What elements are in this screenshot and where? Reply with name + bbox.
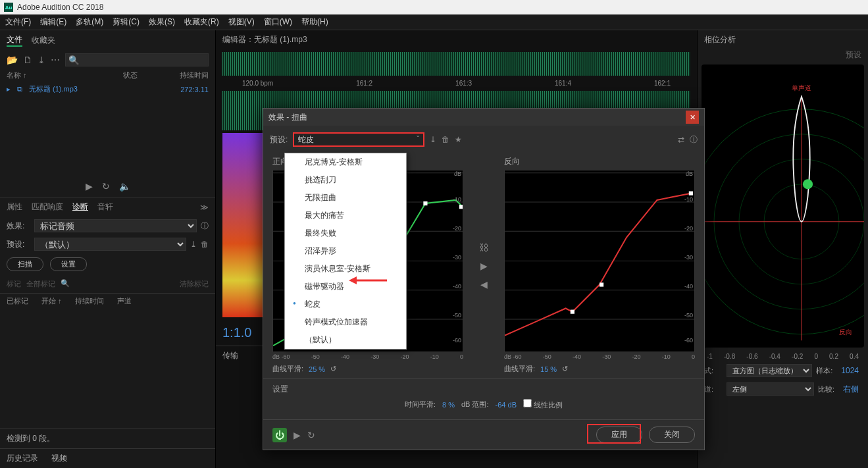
tc-start[interactable]: 开始 ↑ — [41, 296, 62, 306]
smooth-rev-label: 曲线平滑: — [504, 364, 535, 374]
import-icon[interactable]: ⤓ — [38, 55, 45, 65]
file-row[interactable]: ▸ ⧉ 无标题 (1).mp3 272:3.11 — [0, 82, 215, 97]
menu-help[interactable]: 帮助(H) — [301, 16, 328, 28]
loop-preview-icon[interactable]: ↻ — [307, 430, 315, 440]
menu-edit[interactable]: 编辑(E) — [40, 16, 66, 28]
menu-favorites[interactable]: 收藏夹(R) — [184, 16, 219, 28]
mute-icon[interactable]: 🔈 — [119, 181, 130, 192]
linear-checkbox[interactable]: 线性比例 — [523, 399, 563, 410]
preset-option[interactable]: 铃声模式位加速器 — [285, 313, 406, 331]
dlg-preset-label: 预设: — [270, 134, 288, 145]
tc-ch[interactable]: 声道 — [117, 296, 132, 306]
preset-option[interactable]: 最终失败 — [285, 224, 406, 242]
audio-icon: ⧉ — [17, 85, 22, 93]
tab-pitch[interactable]: 音轩 — [97, 201, 113, 213]
overview-waveform[interactable] — [222, 52, 690, 76]
reset-icon[interactable]: ↺ — [562, 365, 568, 373]
play-icon[interactable]: ▶ — [86, 181, 93, 192]
star-icon[interactable]: ★ — [455, 135, 462, 144]
time-smooth-value[interactable]: 8 % — [442, 401, 455, 409]
app-logo-icon: Au — [4, 3, 13, 12]
smooth-fwd-value[interactable]: 25 % — [309, 365, 325, 373]
tc-dur[interactable]: 持续时间 — [75, 296, 104, 306]
menu-clip[interactable]: 剪辑(C) — [113, 16, 140, 28]
col-name[interactable]: 名称 ↑ — [7, 70, 116, 80]
search-input[interactable] — [65, 53, 209, 66]
effect-label: 效果: — [7, 221, 30, 232]
search-small-icon[interactable]: 🔍 — [61, 279, 70, 289]
preview-play-icon[interactable]: ▶ — [294, 430, 301, 440]
preset-option[interactable]: 蛇皮 — [285, 296, 406, 313]
svg-rect-24 — [600, 282, 603, 286]
tag-mark[interactable]: 标记 — [7, 279, 21, 289]
scan-button[interactable]: 扫描 — [7, 257, 43, 271]
delete-preset-icon[interactable]: 🗑 — [201, 240, 209, 249]
db-range-value[interactable]: -64 dB — [496, 401, 517, 409]
close-icon[interactable]: ✕ — [686, 111, 699, 124]
channel-select[interactable]: 左侧 — [727, 382, 814, 396]
tc-marked[interactable]: 已标记 — [7, 296, 28, 306]
expand-icon[interactable]: ▸ — [7, 85, 11, 93]
preset-option[interactable]: 沼泽异形 — [285, 242, 406, 260]
link-icon[interactable]: ⛓ — [479, 242, 488, 253]
reverse-label: 反向 — [504, 153, 695, 170]
preset-option[interactable]: 挑选刮刀 — [285, 171, 406, 189]
menu-view[interactable]: 视图(V) — [228, 16, 255, 28]
smooth-rev-value[interactable]: 15 % — [540, 365, 557, 373]
samples-value[interactable]: 1024 — [838, 366, 861, 375]
info-icon[interactable]: ⓘ — [201, 221, 209, 232]
prev-icon[interactable]: ◀ — [480, 279, 488, 290]
more-icon[interactable]: ⋯ — [51, 55, 60, 65]
history-tab[interactable]: 历史记录 — [7, 453, 38, 464]
preset-option[interactable]: （默认） — [285, 331, 406, 349]
db-range-label: dB 范围: — [461, 400, 489, 409]
tab-match[interactable]: 匹配响度 — [32, 201, 63, 213]
route-icon[interactable]: ⇄ — [678, 135, 684, 144]
menu-multitrack[interactable]: 多轨(M) — [76, 16, 103, 28]
svg-rect-16 — [459, 205, 463, 209]
next-icon[interactable]: ▶ — [480, 261, 488, 271]
settings-button[interactable]: 设置 — [50, 257, 87, 271]
video-tab[interactable]: 视频 — [51, 453, 67, 464]
preset-option[interactable]: 磁带驱动器 — [285, 278, 406, 296]
reverse-graph[interactable]: dB -10 -20 -30 -40 -50 -60 — [504, 170, 695, 352]
settings-label: 设置 — [272, 384, 288, 394]
style-label: 式: — [704, 366, 723, 376]
delete-preset-icon[interactable]: 🗑 — [442, 135, 449, 144]
files-tab[interactable]: 文件 — [7, 34, 22, 47]
preset-option[interactable]: 最大的痛苦 — [285, 207, 406, 224]
open-icon[interactable]: 📂 — [7, 55, 18, 65]
new-icon[interactable]: 🗋 — [23, 55, 32, 65]
favorites-tab[interactable]: 收藏夹 — [32, 35, 55, 46]
tag-clear[interactable]: 清除标记 — [180, 279, 209, 289]
style-select[interactable]: 直方图（日志缩放） — [727, 364, 812, 377]
loop-icon[interactable]: ↻ — [102, 181, 110, 192]
menu-file[interactable]: 文件(F) — [5, 16, 31, 28]
compare-value[interactable]: 右侧 — [840, 384, 861, 395]
time-ruler[interactable]: 120.0 bpm 161:2 161:3 161:4 162:1 — [216, 78, 697, 88]
preset-option[interactable]: 无限扭曲 — [285, 189, 406, 207]
svg-point-6 — [803, 179, 813, 189]
preset-select[interactable]: （默认） — [34, 238, 186, 251]
save-preset-icon[interactable]: ⤓ — [430, 135, 436, 144]
reset-icon[interactable]: ↺ — [330, 365, 336, 373]
close-button[interactable]: 关闭 — [649, 427, 695, 443]
more-icon[interactable]: ≫ — [200, 203, 209, 212]
col-duration[interactable]: 持续时间 — [163, 70, 209, 80]
power-icon[interactable]: ⏻ — [272, 428, 287, 442]
preset-option[interactable]: 尼克博克-安格斯 — [285, 153, 406, 171]
info-icon[interactable]: ⓘ — [690, 134, 698, 145]
col-status[interactable]: 状态 — [123, 70, 156, 80]
menu-window[interactable]: 窗口(W) — [264, 16, 292, 28]
tab-diag[interactable]: 诊断 — [72, 201, 88, 213]
preset-dropdown[interactable]: 蛇皮 ˇ — [293, 132, 424, 147]
save-preset-icon[interactable]: ⤓ — [190, 240, 197, 249]
menu-effects[interactable]: 效果(S) — [149, 16, 175, 28]
file-duration: 272:3.11 — [163, 86, 209, 93]
apply-button[interactable]: 应用 — [596, 427, 642, 443]
tab-props[interactable]: 属性 — [7, 201, 22, 213]
effect-select[interactable]: 标记音频 — [34, 219, 197, 232]
tag-all[interactable]: 全部标记 — [26, 279, 55, 289]
preset-option[interactable]: 演员休息室-安格斯 — [285, 260, 406, 278]
phase-display: 单声道 反向 — [702, 65, 864, 348]
